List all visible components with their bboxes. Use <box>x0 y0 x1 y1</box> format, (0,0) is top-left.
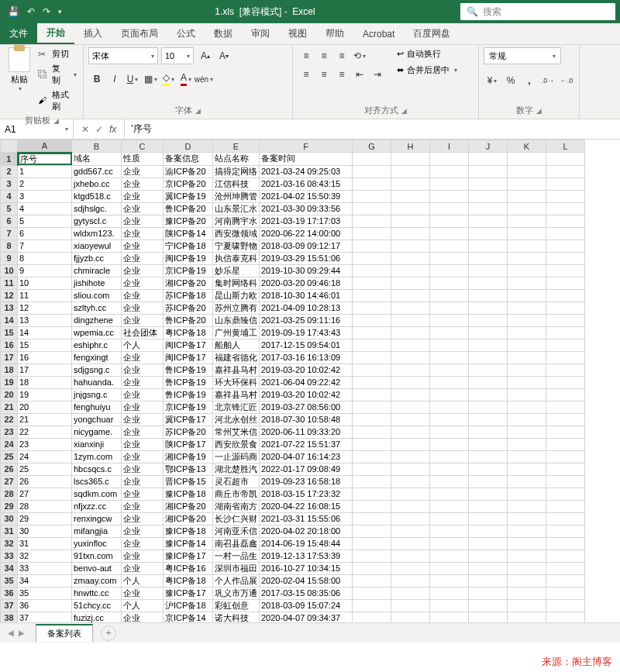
cell-I28[interactable] <box>430 488 469 500</box>
cell-C12[interactable]: 企业 <box>122 289 164 302</box>
cell-J16[interactable] <box>469 339 508 351</box>
cell-D12[interactable]: 苏ICP备18 <box>164 289 213 302</box>
cell-F37[interactable]: 2018-03-09 15:07:24 <box>260 599 353 612</box>
cell-C8[interactable]: 企业 <box>122 240 164 252</box>
cell-E19[interactable]: 环大环保科 <box>213 376 260 388</box>
cell-L30[interactable] <box>546 512 585 525</box>
cell-J5[interactable] <box>469 202 508 215</box>
cell-L10[interactable] <box>546 264 585 277</box>
cell-G7[interactable] <box>353 227 391 240</box>
cell-G31[interactable] <box>353 525 391 537</box>
cell-H9[interactable] <box>391 252 430 264</box>
font-name-select[interactable]: 宋体▾ <box>88 47 158 64</box>
cell-E38[interactable]: 诺大科技 <box>213 612 260 622</box>
cell-G38[interactable] <box>353 612 391 622</box>
row-header-38[interactable]: 38 <box>1 612 18 622</box>
cell-E16[interactable]: 船舶人 <box>213 339 260 351</box>
cell-K27[interactable] <box>508 475 546 488</box>
cell-E29[interactable]: 湖南省南方 <box>213 500 260 512</box>
cell-C14[interactable]: 企业 <box>122 314 164 326</box>
cell-G35[interactable] <box>353 574 391 587</box>
col-header-C[interactable]: C <box>122 140 164 153</box>
cell-L3[interactable] <box>546 177 585 190</box>
cell-H37[interactable] <box>391 599 430 612</box>
cell-D37[interactable]: 沪ICP备18 <box>164 599 213 612</box>
cell-E15[interactable]: 广州黄埔工 <box>213 326 260 339</box>
cell-J6[interactable] <box>469 215 508 227</box>
cell-B31[interactable]: mifangjia <box>72 525 122 537</box>
cell-D11[interactable]: 湘ICP备20 <box>164 277 213 289</box>
cell-I35[interactable] <box>430 574 469 587</box>
cell-K3[interactable] <box>508 177 546 190</box>
tab-insert[interactable]: 插入 <box>74 23 112 44</box>
row-header-21[interactable]: 21 <box>1 401 18 413</box>
cell-H20[interactable] <box>391 388 430 401</box>
cell-G37[interactable] <box>353 599 391 612</box>
tab-acrobat[interactable]: Acrobat <box>353 23 404 44</box>
cell-J35[interactable] <box>469 574 508 587</box>
cell-H22[interactable] <box>391 413 430 426</box>
cell-I1[interactable] <box>430 153 469 166</box>
row-header-16[interactable]: 16 <box>1 339 18 351</box>
cell-J37[interactable] <box>469 599 508 612</box>
cell-G28[interactable] <box>353 488 391 500</box>
cell-L16[interactable] <box>546 339 585 351</box>
cell-E20[interactable]: 嘉祥县马村 <box>213 388 260 401</box>
cell-J15[interactable] <box>469 326 508 339</box>
cell-G5[interactable] <box>353 202 391 215</box>
cell-H32[interactable] <box>391 537 430 550</box>
cell-L6[interactable] <box>546 215 585 227</box>
row-header-2[interactable]: 2 <box>1 165 18 177</box>
cell-D22[interactable]: 冀ICP备17 <box>164 413 213 426</box>
cell-A14[interactable]: 13 <box>18 314 72 326</box>
cell-E3[interactable]: 江信科技 <box>213 177 260 190</box>
cell-K6[interactable] <box>508 215 546 227</box>
row-header-37[interactable]: 37 <box>1 599 18 612</box>
tab-formulas[interactable]: 公式 <box>167 23 205 44</box>
cell-C9[interactable]: 企业 <box>122 252 164 264</box>
tab-review[interactable]: 审阅 <box>242 23 279 44</box>
increase-font-button[interactable]: A▴ <box>197 47 214 64</box>
cell-I26[interactable] <box>430 463 469 475</box>
cell-J1[interactable] <box>469 153 508 166</box>
cell-L25[interactable] <box>546 450 585 463</box>
cell-A31[interactable]: 30 <box>18 525 72 537</box>
row-header-6[interactable]: 6 <box>1 215 18 227</box>
increase-decimal-button[interactable]: .0→ <box>539 72 556 89</box>
cell-K35[interactable] <box>508 574 546 587</box>
row-header-3[interactable]: 3 <box>1 177 18 190</box>
cell-G25[interactable] <box>353 450 391 463</box>
cell-F13[interactable]: 2021-04-09 10:28:13 <box>260 302 353 314</box>
cell-F15[interactable]: 2019-09-19 17:43:43 <box>260 326 353 339</box>
cell-L24[interactable] <box>546 438 585 450</box>
cell-G4[interactable] <box>353 190 391 202</box>
cell-A9[interactable]: 8 <box>18 252 72 264</box>
cell-I23[interactable] <box>430 426 469 438</box>
cell-J10[interactable] <box>469 264 508 277</box>
cell-B18[interactable]: sdjgsng.c <box>72 364 122 376</box>
cell-H34[interactable] <box>391 562 430 574</box>
cell-B5[interactable]: sdjhslgc. <box>72 202 122 215</box>
cell-F24[interactable]: 2021-07-22 15:51:37 <box>260 438 353 450</box>
cell-B32[interactable]: yuxinfloc <box>72 537 122 550</box>
cell-L7[interactable] <box>546 227 585 240</box>
cell-G17[interactable] <box>353 351 391 364</box>
cell-G10[interactable] <box>353 264 391 277</box>
cell-H35[interactable] <box>391 574 430 587</box>
cell-B33[interactable]: 91txn.com <box>72 550 122 562</box>
cell-D35[interactable]: 粤ICP备18 <box>164 574 213 587</box>
cell-L15[interactable] <box>546 326 585 339</box>
spreadsheet-grid[interactable]: ABCDEFGHIJKL1序号域名性质备案信息站点名称备案时间21gdd567.… <box>0 140 620 622</box>
cell-G27[interactable] <box>353 475 391 488</box>
align-middle-button[interactable]: ≡ <box>315 47 332 64</box>
row-header-35[interactable]: 35 <box>1 574 18 587</box>
cell-L9[interactable] <box>546 252 585 264</box>
decrease-font-button[interactable]: A▾ <box>215 47 232 64</box>
cell-H1[interactable] <box>391 153 430 166</box>
name-box[interactable]: A1 ▾ <box>0 119 74 139</box>
cell-G34[interactable] <box>353 562 391 574</box>
cell-E30[interactable]: 长沙仁兴财 <box>213 512 260 525</box>
cell-D4[interactable]: 冀ICP备19 <box>164 190 213 202</box>
cell-A26[interactable]: 25 <box>18 463 72 475</box>
cell-G6[interactable] <box>353 215 391 227</box>
